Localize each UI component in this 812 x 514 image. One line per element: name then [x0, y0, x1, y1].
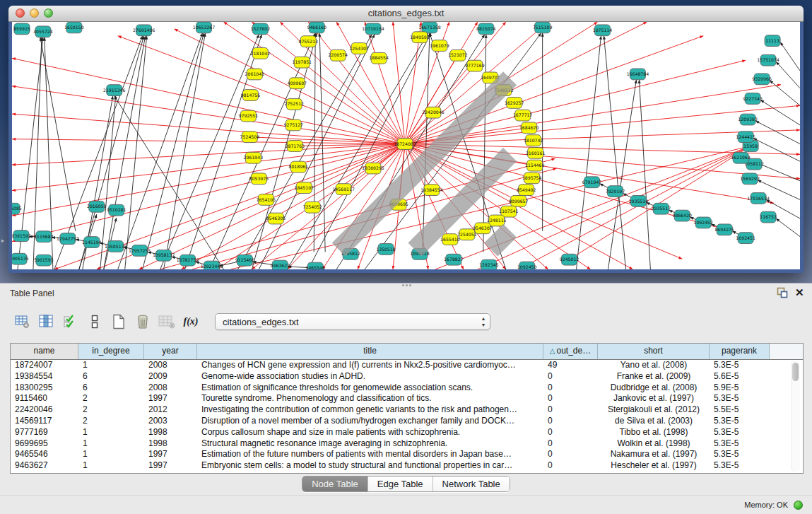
cell-year[interactable]: 1998 [144, 427, 197, 438]
cell-year[interactable]: 1997 [144, 393, 197, 404]
cell-short[interactable]: Wolkin et al. (1998) [598, 438, 710, 450]
cell-short[interactable]: Dudbridge et al. (2008) [598, 382, 710, 394]
cell-out_degree[interactable]: 0 [543, 416, 598, 427]
function-builder-icon[interactable]: f(x) [181, 313, 201, 331]
cell-name[interactable]: 9115460 [11, 393, 78, 404]
table-row[interactable]: 2242004622012Investigating the contribut… [11, 404, 803, 416]
cell-title[interactable]: Disruption of a novel member of a sodium… [197, 416, 543, 427]
cell-out_degree[interactable]: 49 [543, 360, 598, 371]
cell-name[interactable]: 14569117 [11, 416, 78, 427]
cell-name[interactable]: 18724007 [11, 360, 78, 371]
cell-title[interactable]: Estimation of significance thresholds fo… [197, 382, 543, 394]
cell-pagerank[interactable]: 5.3E-5 [710, 438, 770, 450]
resize-grip[interactable] [12, 22, 799, 269]
cell-out_degree[interactable]: 0 [543, 438, 598, 450]
table-mode-icon[interactable] [13, 313, 33, 331]
cell-pagerank[interactable]: 5.6E-5 [710, 371, 770, 382]
float-panel-icon[interactable] [777, 287, 788, 298]
cell-in_degree[interactable]: 6 [78, 382, 144, 394]
table-row[interactable]: 977716911998Corpus callosum shape and si… [11, 427, 803, 438]
column-header-year[interactable]: year [144, 344, 197, 359]
cell-year[interactable]: 2008 [144, 360, 197, 371]
cell-short[interactable]: de Silva et al. (2003) [598, 416, 710, 427]
cell-short[interactable]: Yano et al. (2008) [598, 360, 710, 371]
cell-out_degree[interactable]: 0 [543, 382, 598, 394]
cell-pagerank[interactable]: 5.3E-5 [710, 427, 770, 438]
cell-pagerank[interactable]: 5.3E-5 [710, 460, 770, 472]
cell-title[interactable]: Tourette syndrome. Phenomenology and cla… [197, 393, 543, 404]
cell-in_degree[interactable]: 6 [78, 371, 144, 382]
cell-out_degree[interactable]: 0 [543, 449, 598, 460]
table-row[interactable]: 1872400712008Changes of HCN gene express… [11, 360, 803, 371]
cell-out_degree[interactable]: 0 [543, 393, 598, 404]
cell-title[interactable]: Embryonic stem cells: a model to study s… [197, 460, 543, 472]
column-header-name[interactable]: name [11, 344, 78, 359]
network-canvas[interactable]: 8599154055724165015027691406106532671527… [12, 22, 800, 269]
cell-short[interactable]: Tibbo et al. (1998) [598, 427, 710, 438]
memory-status-indicator[interactable] [794, 501, 803, 510]
tab-edge-table[interactable]: Edge Table [368, 477, 433, 491]
cell-short[interactable]: Stergiakouli et al. (2012) [598, 404, 710, 416]
column-header-pagerank[interactable]: pagerank [710, 344, 770, 359]
scrollbar-thumb[interactable] [792, 363, 799, 381]
column-header-short[interactable]: short [598, 344, 710, 359]
cell-year[interactable]: 2012 [144, 404, 197, 416]
table-row[interactable]: 1938455462009Genome-wide association stu… [11, 371, 803, 382]
panel-collapse-arrow[interactable]: ▸ [0, 235, 6, 246]
cell-pagerank[interactable]: 5.3E-5 [710, 393, 770, 404]
cell-title[interactable]: Structural magnetic resonance image aver… [197, 438, 543, 450]
cell-short[interactable]: Franke et al. (2009) [598, 371, 710, 382]
deselect-rows-icon[interactable] [85, 313, 105, 331]
tab-node-table[interactable]: Node Table [302, 477, 368, 491]
cell-short[interactable]: Jankovic et al. (1997) [598, 393, 710, 404]
cell-year[interactable]: 2008 [144, 382, 197, 394]
cell-title[interactable]: Investigating the contribution of common… [197, 404, 543, 416]
delete-column-icon[interactable] [133, 313, 153, 331]
cell-year[interactable]: 1998 [144, 438, 197, 450]
cell-short[interactable]: Hescheler et al. (1997) [598, 460, 710, 472]
cell-year[interactable]: 2009 [144, 371, 197, 382]
cell-in_degree[interactable]: 1 [78, 360, 144, 371]
cell-name[interactable]: 22420046 [11, 404, 78, 416]
cell-in_degree[interactable]: 1 [78, 438, 144, 450]
cell-name[interactable]: 19384554 [11, 371, 78, 382]
minimize-window-button[interactable] [30, 8, 39, 18]
cell-name[interactable]: 9465546 [11, 449, 78, 460]
cell-name[interactable]: 9777169 [11, 427, 78, 438]
column-header-out_degree[interactable]: △out_de… [543, 344, 598, 359]
cell-in_degree[interactable]: 2 [78, 393, 144, 404]
cell-title[interactable]: Genome-wide association studies in ADHD. [197, 371, 543, 382]
column-header-title[interactable]: title [197, 344, 543, 359]
cell-out_degree[interactable]: 0 [543, 371, 598, 382]
show-columns-icon[interactable] [37, 313, 57, 331]
cell-pagerank[interactable]: 5.3E-5 [710, 449, 770, 460]
cell-pagerank[interactable]: 5.3E-5 [710, 360, 770, 371]
close-window-button[interactable] [16, 8, 25, 18]
cell-year[interactable]: 1997 [144, 449, 197, 460]
cell-title[interactable]: Corpus callosum shape and size in male p… [197, 427, 543, 438]
cell-in_degree[interactable]: 1 [78, 449, 144, 460]
cell-name[interactable]: 18300295 [11, 382, 78, 394]
table-row[interactable]: 946362711997Embryonic stem cells: a mode… [11, 460, 803, 472]
cell-in_degree[interactable]: 2 [78, 416, 144, 427]
cell-name[interactable]: 9699695 [11, 438, 78, 450]
delete-table-icon[interactable] [157, 313, 177, 331]
window-titlebar[interactable]: citations_edges.txt [8, 6, 804, 22]
cell-short[interactable]: Nakamura et al. (1997) [598, 449, 710, 460]
cell-pagerank[interactable]: 5.3E-5 [710, 416, 770, 427]
tab-network-table[interactable]: Network Table [433, 477, 510, 491]
cell-pagerank[interactable]: 5.5E-5 [710, 404, 770, 416]
close-panel-icon[interactable]: ✕ [795, 287, 806, 298]
cell-out_degree[interactable]: 0 [543, 427, 598, 438]
cell-in_degree[interactable]: 2 [78, 404, 144, 416]
cell-in_degree[interactable]: 1 [78, 427, 144, 438]
table-row[interactable]: 1456911722003Disruption of a novel membe… [11, 416, 803, 427]
column-header-in_degree[interactable]: in_degree [78, 344, 144, 359]
cell-in_degree[interactable]: 1 [78, 460, 144, 472]
table-row[interactable]: 911546021997Tourette syndrome. Phenomeno… [11, 393, 803, 404]
table-row[interactable]: 1830029562008Estimation of significance … [11, 382, 803, 394]
cell-pagerank[interactable]: 5.9E-5 [710, 382, 770, 394]
cell-title[interactable]: Estimation of the future numbers of pati… [197, 449, 543, 460]
cell-out_degree[interactable]: 0 [543, 460, 598, 472]
select-all-icon[interactable] [61, 313, 81, 331]
